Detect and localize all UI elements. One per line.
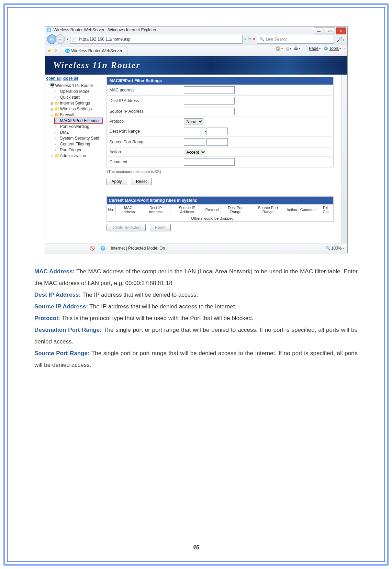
banner-title: Wireless 11n Router	[53, 60, 141, 70]
col-pkt: Pkt Cnt	[318, 205, 333, 215]
col-no: No.	[107, 205, 115, 215]
dest-port-to-input[interactable]	[206, 128, 228, 135]
main-pane: MAC/IP/Port Filter Settings MAC address …	[103, 75, 347, 243]
rules-header: Current MAC/IP/Port filtering rules in s…	[107, 197, 333, 205]
term-source-port-range: Source Port Range:	[34, 350, 90, 357]
tree-internet-settings[interactable]: ⊞📁Internet Settings	[50, 100, 103, 106]
action-select[interactable]: Accept	[184, 149, 206, 155]
tree-dmz[interactable]: ▫DMZ	[55, 130, 103, 135]
scrollbar-thumb[interactable]	[342, 181, 347, 206]
search-placeholder: Live Search	[266, 37, 288, 42]
tab-title: Wireless Router WebServer	[71, 48, 123, 53]
delete-selected-button[interactable]: Delete Selected	[107, 224, 146, 231]
tree-port-forwarding[interactable]: ▫Port Forwarding	[55, 124, 103, 130]
ie-tab-strip: ★ ✧ 🌐 Wireless Router WebServer 🏠▾ ▤▾ 🖶▾…	[45, 45, 347, 56]
label-dest-ip: Dest IP Address	[107, 96, 181, 106]
term-mac-address: MAC Address:	[34, 268, 75, 275]
plus-icon[interactable]: ⊞	[50, 100, 54, 106]
plus-icon[interactable]: ⊞	[50, 153, 54, 159]
minus-icon[interactable]: ⊟	[50, 112, 54, 118]
desc-source-ip: The IP address that will be denied acces…	[88, 303, 236, 310]
tab-page-icon: 🌐	[65, 48, 70, 53]
max-button[interactable]: ▭	[325, 28, 335, 34]
col-protocol: Protocol	[204, 205, 221, 215]
col-src-ip: Source IP Address	[170, 205, 204, 215]
page-icon: 📄	[72, 37, 77, 42]
browser-tab[interactable]: 🌐 Wireless Router WebServer	[60, 46, 128, 55]
address-bar[interactable]: 📄 http://192.168.1.1/home.asp	[70, 35, 242, 44]
desc-mac-address: The MAC address of the computer in the L…	[34, 268, 358, 286]
refresh-icon[interactable]: ↻	[248, 37, 251, 42]
label-source-ip: Source IP Address	[107, 106, 181, 117]
restricted-icon: 🚫	[90, 246, 95, 251]
label-dest-port-range: Dest Port Range	[107, 126, 181, 137]
add-favorites-icon[interactable]: ✧	[54, 48, 58, 53]
tree-administration[interactable]: ⊞📁Administration	[50, 153, 103, 159]
src-port-to-input[interactable]	[206, 138, 228, 146]
rules-reset-button[interactable]: Reset	[150, 224, 171, 231]
tree-content-filtering[interactable]: ▫Content Filtering	[55, 141, 103, 147]
reset-button[interactable]: Reset	[131, 178, 152, 185]
label-protocol: Protocol	[107, 117, 181, 126]
tree-quick-start[interactable]: ▫Quick start	[55, 95, 103, 100]
desc-protocol: This is the protocol type that will be u…	[60, 315, 254, 321]
others-dash: -	[318, 215, 333, 222]
term-source-ip: Source IP Address:	[34, 303, 88, 310]
toolbar-chevron-icon[interactable]: »	[344, 47, 345, 50]
col-dest-port: Dest Port Range	[221, 205, 251, 215]
print-icon[interactable]: 🖶▾	[294, 46, 300, 51]
col-dest-ip: Dest IP Address	[141, 205, 170, 215]
page-menu[interactable]: 📄 Page▾	[303, 46, 321, 51]
tree-firewall[interactable]: ⊟📂Firewall ▫MAC/IP/Port Filtering ▫Port …	[50, 112, 103, 153]
home-icon[interactable]: 🏠▾	[276, 46, 283, 51]
dest-port-from-input[interactable]	[184, 128, 205, 135]
col-mac: MAC address	[115, 205, 141, 215]
rules-table: Current MAC/IP/Port filtering rules in s…	[107, 196, 334, 222]
nav-dropdown-icon[interactable]: ▼	[66, 38, 69, 41]
source-ip-input[interactable]	[184, 108, 235, 115]
desc-dest-ip: The IP address that will be denied to ac…	[81, 292, 198, 298]
router-banner: Wireless 11n Router	[45, 56, 347, 75]
src-port-from-input[interactable]	[184, 138, 205, 146]
search-icon: 🔍	[259, 37, 265, 42]
tools-menu-label: Tools	[329, 46, 339, 51]
plus-icon[interactable]: ⊞	[50, 106, 54, 112]
max-rule-note: (The maximum rule count is 32.)	[107, 169, 333, 174]
open-all-link[interactable]: open all	[46, 76, 61, 81]
nav-forward-icon[interactable]: →	[55, 34, 65, 44]
term-protocol: Protocol:	[34, 315, 60, 321]
min-button[interactable]: —	[314, 28, 324, 34]
tools-menu[interactable]: ⚙️ Tools▾	[323, 46, 341, 51]
form-header: MAC/IP/Port Filter Settings	[107, 77, 333, 85]
tree-operation-mode[interactable]: ▫Operation Mode	[55, 89, 103, 95]
mac-address-input[interactable]	[184, 86, 235, 94]
filter-settings-form: MAC/IP/Port Filter Settings MAC address …	[107, 77, 334, 167]
search-input[interactable]: 🔍 Live Search	[257, 35, 334, 44]
tree-wireless-settings[interactable]: ⊞📁Wireless Settings	[50, 106, 103, 112]
tree-mac-ip-port-filtering[interactable]: ▫MAC/IP/Port Filtering	[55, 118, 103, 124]
ie-title-bar: 🌐 Wireless Router WebServer - Windows In…	[45, 27, 347, 33]
ie-status-bar: 🚫 🌐 Internet | Protected Mode: On 🔍 100%…	[45, 243, 347, 253]
protocol-select[interactable]: None	[184, 118, 203, 124]
col-src-port: Source Port Range	[251, 205, 285, 215]
zoom-control[interactable]: 🔍 100%▾	[325, 246, 344, 251]
apply-button[interactable]: Apply	[107, 178, 127, 185]
internet-icon: 🌐	[100, 246, 105, 251]
comment-input[interactable]	[184, 158, 235, 166]
close-button[interactable]: ✕	[336, 28, 346, 34]
tree-root[interactable]: 🖥️Wireless 11N Router ▫Operation Mode ▫Q…	[50, 83, 103, 100]
stop-icon[interactable]: ✕	[252, 37, 256, 42]
favorites-icon[interactable]: ★	[47, 48, 52, 53]
addr-dropdown-icon[interactable]: ▼	[244, 38, 247, 41]
tree-port-trigger[interactable]: ▫Port Trigger	[55, 147, 103, 153]
nav-tree-pane: open all|close all 🖥️Wireless 11N Router…	[45, 75, 103, 243]
search-go-icon[interactable]: 🔎▾	[335, 36, 345, 42]
zoom-text: 100%	[331, 246, 342, 251]
col-action: Action	[285, 205, 299, 215]
page-number: 46	[8, 544, 384, 551]
feeds-icon[interactable]: ▤▾	[285, 46, 291, 51]
ie-window: 🌐 Wireless Router WebServer - Windows In…	[45, 26, 348, 253]
tree-system-security[interactable]: ▫System Security Setti	[55, 135, 103, 141]
dest-ip-input[interactable]	[184, 97, 235, 105]
close-all-link[interactable]: close all	[63, 76, 78, 81]
